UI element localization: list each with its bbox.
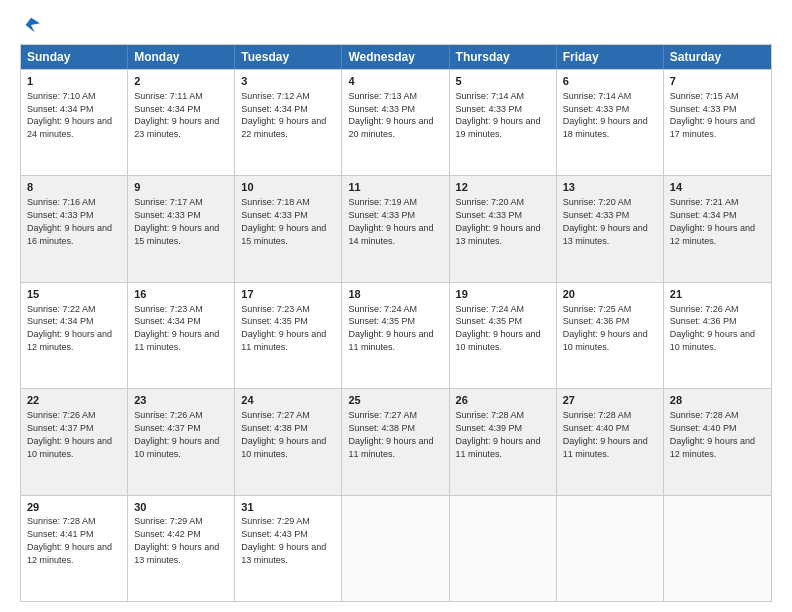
cal-cell-1-3: 11 Sunrise: 7:19 AMSunset: 4:33 PMDaylig… [342,176,449,281]
day-number: 16 [134,287,228,302]
header-monday: Monday [128,45,235,69]
day-number: 24 [241,393,335,408]
logo [20,16,40,34]
page: Sunday Monday Tuesday Wednesday Thursday… [0,0,792,612]
calendar: Sunday Monday Tuesday Wednesday Thursday… [20,44,772,602]
day-number: 17 [241,287,335,302]
cell-info: Sunrise: 7:27 AMSunset: 4:38 PMDaylight:… [241,410,326,458]
cell-info: Sunrise: 7:10 AMSunset: 4:34 PMDaylight:… [27,91,112,139]
cal-cell-0-2: 3 Sunrise: 7:12 AMSunset: 4:34 PMDayligh… [235,70,342,175]
day-number: 1 [27,74,121,89]
day-number: 9 [134,180,228,195]
svg-marker-0 [26,18,40,32]
cell-info: Sunrise: 7:12 AMSunset: 4:34 PMDaylight:… [241,91,326,139]
cal-cell-2-0: 15 Sunrise: 7:22 AMSunset: 4:34 PMDaylig… [21,283,128,388]
cell-info: Sunrise: 7:28 AMSunset: 4:40 PMDaylight:… [670,410,755,458]
cal-cell-3-6: 28 Sunrise: 7:28 AMSunset: 4:40 PMDaylig… [664,389,771,494]
calendar-header: Sunday Monday Tuesday Wednesday Thursday… [21,45,771,69]
cal-cell-3-0: 22 Sunrise: 7:26 AMSunset: 4:37 PMDaylig… [21,389,128,494]
cal-cell-0-5: 6 Sunrise: 7:14 AMSunset: 4:33 PMDayligh… [557,70,664,175]
cal-cell-4-0: 29 Sunrise: 7:28 AMSunset: 4:41 PMDaylig… [21,496,128,601]
cal-cell-3-4: 26 Sunrise: 7:28 AMSunset: 4:39 PMDaylig… [450,389,557,494]
day-number: 28 [670,393,765,408]
cal-cell-2-3: 18 Sunrise: 7:24 AMSunset: 4:35 PMDaylig… [342,283,449,388]
header-saturday: Saturday [664,45,771,69]
cell-info: Sunrise: 7:23 AMSunset: 4:34 PMDaylight:… [134,304,219,352]
header-wednesday: Wednesday [342,45,449,69]
cal-cell-3-2: 24 Sunrise: 7:27 AMSunset: 4:38 PMDaylig… [235,389,342,494]
calendar-body: 1 Sunrise: 7:10 AMSunset: 4:34 PMDayligh… [21,69,771,601]
day-number: 18 [348,287,442,302]
day-number: 8 [27,180,121,195]
cal-cell-2-6: 21 Sunrise: 7:26 AMSunset: 4:36 PMDaylig… [664,283,771,388]
cal-cell-4-3 [342,496,449,601]
day-number: 25 [348,393,442,408]
cell-info: Sunrise: 7:26 AMSunset: 4:37 PMDaylight:… [27,410,112,458]
cell-info: Sunrise: 7:14 AMSunset: 4:33 PMDaylight:… [563,91,648,139]
cal-cell-1-4: 12 Sunrise: 7:20 AMSunset: 4:33 PMDaylig… [450,176,557,281]
header-friday: Friday [557,45,664,69]
cal-cell-4-6 [664,496,771,601]
header [20,16,772,34]
cell-info: Sunrise: 7:14 AMSunset: 4:33 PMDaylight:… [456,91,541,139]
cell-info: Sunrise: 7:17 AMSunset: 4:33 PMDaylight:… [134,197,219,245]
cal-cell-4-1: 30 Sunrise: 7:29 AMSunset: 4:42 PMDaylig… [128,496,235,601]
cal-row-3: 22 Sunrise: 7:26 AMSunset: 4:37 PMDaylig… [21,388,771,494]
day-number: 20 [563,287,657,302]
cal-cell-4-5 [557,496,664,601]
day-number: 4 [348,74,442,89]
cal-cell-2-1: 16 Sunrise: 7:23 AMSunset: 4:34 PMDaylig… [128,283,235,388]
cell-info: Sunrise: 7:21 AMSunset: 4:34 PMDaylight:… [670,197,755,245]
day-number: 19 [456,287,550,302]
cal-row-2: 15 Sunrise: 7:22 AMSunset: 4:34 PMDaylig… [21,282,771,388]
cell-info: Sunrise: 7:19 AMSunset: 4:33 PMDaylight:… [348,197,433,245]
cal-row-4: 29 Sunrise: 7:28 AMSunset: 4:41 PMDaylig… [21,495,771,601]
day-number: 23 [134,393,228,408]
cal-row-1: 8 Sunrise: 7:16 AMSunset: 4:33 PMDayligh… [21,175,771,281]
cell-info: Sunrise: 7:15 AMSunset: 4:33 PMDaylight:… [670,91,755,139]
cell-info: Sunrise: 7:13 AMSunset: 4:33 PMDaylight:… [348,91,433,139]
day-number: 26 [456,393,550,408]
cell-info: Sunrise: 7:20 AMSunset: 4:33 PMDaylight:… [563,197,648,245]
cal-row-0: 1 Sunrise: 7:10 AMSunset: 4:34 PMDayligh… [21,69,771,175]
cal-cell-1-2: 10 Sunrise: 7:18 AMSunset: 4:33 PMDaylig… [235,176,342,281]
cal-cell-1-6: 14 Sunrise: 7:21 AMSunset: 4:34 PMDaylig… [664,176,771,281]
cell-info: Sunrise: 7:11 AMSunset: 4:34 PMDaylight:… [134,91,219,139]
day-number: 5 [456,74,550,89]
cal-cell-4-4 [450,496,557,601]
cal-cell-1-5: 13 Sunrise: 7:20 AMSunset: 4:33 PMDaylig… [557,176,664,281]
header-sunday: Sunday [21,45,128,69]
cal-cell-2-5: 20 Sunrise: 7:25 AMSunset: 4:36 PMDaylig… [557,283,664,388]
cal-cell-0-3: 4 Sunrise: 7:13 AMSunset: 4:33 PMDayligh… [342,70,449,175]
cal-cell-2-2: 17 Sunrise: 7:23 AMSunset: 4:35 PMDaylig… [235,283,342,388]
cell-info: Sunrise: 7:24 AMSunset: 4:35 PMDaylight:… [456,304,541,352]
header-thursday: Thursday [450,45,557,69]
cell-info: Sunrise: 7:28 AMSunset: 4:41 PMDaylight:… [27,516,112,564]
cell-info: Sunrise: 7:28 AMSunset: 4:40 PMDaylight:… [563,410,648,458]
day-number: 22 [27,393,121,408]
day-number: 12 [456,180,550,195]
day-number: 7 [670,74,765,89]
day-number: 6 [563,74,657,89]
cell-info: Sunrise: 7:29 AMSunset: 4:42 PMDaylight:… [134,516,219,564]
day-number: 27 [563,393,657,408]
day-number: 3 [241,74,335,89]
cal-cell-0-6: 7 Sunrise: 7:15 AMSunset: 4:33 PMDayligh… [664,70,771,175]
cal-cell-3-3: 25 Sunrise: 7:27 AMSunset: 4:38 PMDaylig… [342,389,449,494]
cal-cell-0-1: 2 Sunrise: 7:11 AMSunset: 4:34 PMDayligh… [128,70,235,175]
day-number: 14 [670,180,765,195]
cell-info: Sunrise: 7:22 AMSunset: 4:34 PMDaylight:… [27,304,112,352]
cal-cell-4-2: 31 Sunrise: 7:29 AMSunset: 4:43 PMDaylig… [235,496,342,601]
day-number: 21 [670,287,765,302]
day-number: 30 [134,500,228,515]
cell-info: Sunrise: 7:29 AMSunset: 4:43 PMDaylight:… [241,516,326,564]
cell-info: Sunrise: 7:28 AMSunset: 4:39 PMDaylight:… [456,410,541,458]
day-number: 15 [27,287,121,302]
cell-info: Sunrise: 7:25 AMSunset: 4:36 PMDaylight:… [563,304,648,352]
cal-cell-3-5: 27 Sunrise: 7:28 AMSunset: 4:40 PMDaylig… [557,389,664,494]
day-number: 2 [134,74,228,89]
cal-cell-1-1: 9 Sunrise: 7:17 AMSunset: 4:33 PMDayligh… [128,176,235,281]
day-number: 31 [241,500,335,515]
day-number: 11 [348,180,442,195]
day-number: 10 [241,180,335,195]
